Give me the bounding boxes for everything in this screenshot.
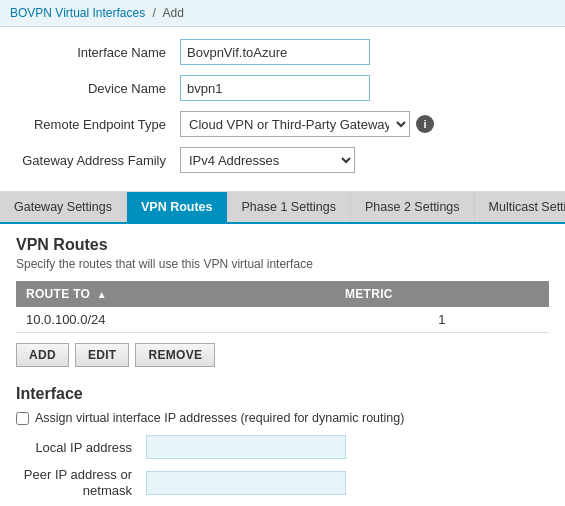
device-name-row: Device Name <box>20 75 545 101</box>
tab-phase2-settings[interactable]: Phase 2 Settings <box>351 192 475 222</box>
add-button[interactable]: ADD <box>16 343 69 367</box>
peer-ip-row: Peer IP address or netmask <box>16 467 549 498</box>
interface-name-row: Interface Name <box>20 39 545 65</box>
tab-gateway-settings[interactable]: Gateway Settings <box>0 192 127 222</box>
table-row: 10.0.100.0/241 <box>16 307 549 333</box>
breadcrumb-separator: / <box>153 6 156 20</box>
device-name-label: Device Name <box>20 81 180 96</box>
device-name-input[interactable] <box>180 75 370 101</box>
breadcrumb-current: Add <box>163 6 184 20</box>
route-to-cell: 10.0.100.0/24 <box>16 307 335 333</box>
remote-endpoint-label: Remote Endpoint Type <box>20 117 180 132</box>
vpn-routes-title: VPN Routes <box>16 236 549 254</box>
gateway-af-label: Gateway Address Family <box>20 153 180 168</box>
remote-endpoint-wrap: Cloud VPN or Third-Party Gateway WatchGu… <box>180 111 434 137</box>
gateway-af-row: Gateway Address Family IPv4 Addresses IP… <box>20 147 545 173</box>
interface-section: Interface Assign virtual interface IP ad… <box>16 385 549 506</box>
breadcrumb-parent[interactable]: BOVPN Virtual Interfaces <box>10 6 145 20</box>
col-metric: METRIC <box>335 281 549 307</box>
tab-vpn-routes[interactable]: VPN Routes <box>127 192 228 222</box>
local-ip-input[interactable] <box>146 435 346 459</box>
vpn-routes-table: ROUTE TO ▲ METRIC 10.0.100.0/241 <box>16 281 549 333</box>
vpn-routes-desc: Specify the routes that will use this VP… <box>16 257 549 271</box>
remote-endpoint-row: Remote Endpoint Type Cloud VPN or Third-… <box>20 111 545 137</box>
form-area: Interface Name Device Name Remote Endpoi… <box>0 27 565 192</box>
assign-ip-checkbox-row: Assign virtual interface IP addresses (r… <box>16 411 549 425</box>
assign-ip-checkbox[interactable] <box>16 412 29 425</box>
breadcrumb: BOVPN Virtual Interfaces / Add <box>0 0 565 27</box>
edit-button[interactable]: EDIT <box>75 343 130 367</box>
peer-ip-label: Peer IP address or netmask <box>16 467 146 498</box>
metric-cell: 1 <box>335 307 549 333</box>
local-ip-label: Local IP address <box>16 440 146 455</box>
local-ip-row: Local IP address <box>16 435 549 459</box>
remove-button[interactable]: REMOVE <box>135 343 215 367</box>
col-route-to: ROUTE TO ▲ <box>16 281 335 307</box>
peer-ip-input[interactable] <box>146 471 346 495</box>
tab-phase1-settings[interactable]: Phase 1 Settings <box>228 192 352 222</box>
interface-name-input[interactable] <box>180 39 370 65</box>
action-buttons: ADD EDIT REMOVE <box>16 343 549 367</box>
gateway-af-select[interactable]: IPv4 Addresses IPv6 Addresses <box>180 147 355 173</box>
info-icon[interactable]: i <box>416 115 434 133</box>
interface-name-label: Interface Name <box>20 45 180 60</box>
sort-arrow-icon: ▲ <box>97 289 107 300</box>
tab-multicast-settings[interactable]: Multicast Settings <box>475 192 565 222</box>
interface-title: Interface <box>16 385 549 403</box>
tabs-bar: Gateway Settings VPN Routes Phase 1 Sett… <box>0 192 565 224</box>
assign-ip-label[interactable]: Assign virtual interface IP addresses (r… <box>35 411 404 425</box>
main-content: VPN Routes Specify the routes that will … <box>0 224 565 506</box>
gateway-af-wrap: IPv4 Addresses IPv6 Addresses <box>180 147 355 173</box>
remote-endpoint-select[interactable]: Cloud VPN or Third-Party Gateway WatchGu… <box>180 111 410 137</box>
